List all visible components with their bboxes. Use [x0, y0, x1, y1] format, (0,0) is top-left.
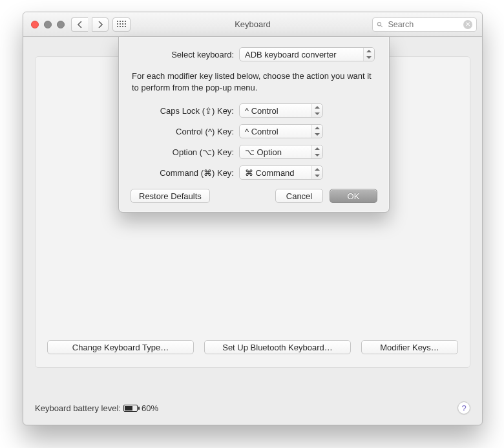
show-all-button[interactable] [112, 17, 131, 32]
command-popup[interactable]: ⌘ Command [239, 165, 323, 180]
stepper-icon [311, 145, 322, 158]
search-input[interactable] [387, 19, 463, 30]
change-keyboard-type-button[interactable]: Change Keyboard Type… [47, 340, 194, 354]
nav-group [71, 17, 109, 32]
forward-button[interactable] [92, 17, 109, 32]
battery-label: Keyboard battery level: [35, 403, 121, 413]
control-value: ^ Control [245, 127, 278, 136]
select-keyboard-popup[interactable]: ADB keyboard converter [239, 47, 375, 61]
select-keyboard-label: Select keyboard: [131, 50, 239, 59]
close-icon[interactable] [31, 21, 39, 28]
svg-line-1 [381, 25, 382, 27]
capslock-value: ^ Control [245, 106, 278, 116]
capslock-popup[interactable]: ^ Control [239, 103, 323, 118]
restore-defaults-button[interactable]: Restore Defaults [131, 189, 210, 203]
stepper-icon [363, 48, 374, 61]
minimize-icon[interactable] [44, 21, 52, 28]
ok-button[interactable]: OK [330, 189, 377, 203]
sheet-description: For each modifier key listed below, choo… [132, 70, 376, 93]
option-value: ⌥ Option [245, 147, 282, 157]
grid-icon [117, 21, 126, 28]
stepper-icon [311, 166, 322, 179]
setup-bluetooth-keyboard-button[interactable]: Set Up Bluetooth Keyboard… [204, 340, 351, 354]
capslock-label: Caps Lock (⇪) Key: [131, 106, 239, 116]
clear-search-icon[interactable]: ✕ [463, 20, 472, 29]
stepper-icon [311, 104, 322, 117]
battery-fill [125, 406, 132, 411]
modifier-keys-sheet: Select keyboard: ADB keyboard converter … [118, 37, 390, 213]
control-label: Control (^) Key: [131, 127, 239, 136]
chevron-right-icon [98, 21, 103, 28]
stepper-icon [311, 125, 322, 138]
help-button[interactable]: ? [457, 401, 470, 414]
command-label: Command (⌘) Key: [131, 168, 239, 178]
chevron-left-icon [78, 21, 83, 28]
battery-icon [123, 405, 138, 412]
svg-point-0 [377, 22, 381, 25]
cancel-button[interactable]: Cancel [275, 189, 323, 203]
option-label: Option (⌥) Key: [131, 147, 239, 157]
search-field[interactable]: ✕ [372, 17, 477, 32]
preferences-window: Keyboard ✕ Change Keyboard Type… Set Up … [23, 12, 483, 425]
battery-percent: 60% [142, 403, 158, 413]
traffic-lights [31, 21, 65, 28]
titlebar: Keyboard ✕ [23, 12, 482, 37]
zoom-icon[interactable] [57, 21, 65, 28]
select-keyboard-value: ADB keyboard converter [245, 50, 337, 59]
command-value: ⌘ Command [245, 168, 295, 178]
search-icon [377, 21, 383, 28]
option-popup[interactable]: ⌥ Option [239, 145, 323, 159]
status-bar: Keyboard battery level: 60% ? [35, 401, 470, 414]
back-button[interactable] [71, 17, 88, 32]
control-popup[interactable]: ^ Control [239, 124, 323, 138]
modifier-keys-button[interactable]: Modifier Keys… [361, 340, 458, 354]
